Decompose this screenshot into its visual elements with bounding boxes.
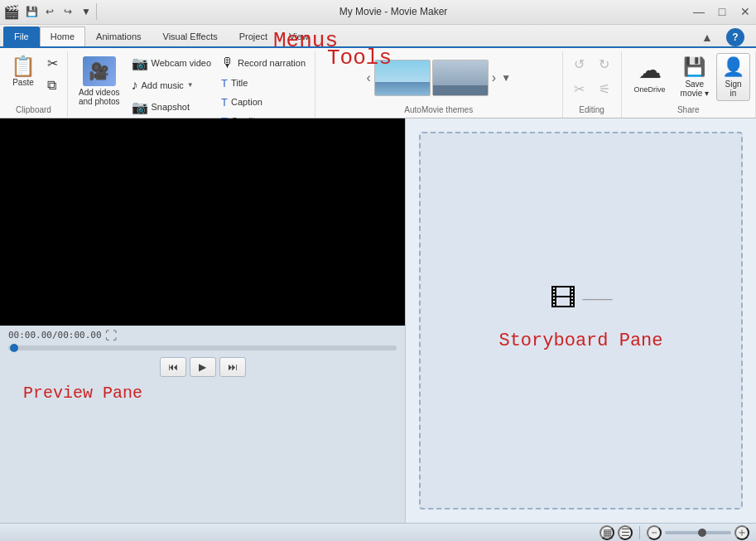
add-videos-button[interactable]: 🎥 Add videos and photos <box>73 53 126 109</box>
clipboard-items: 📋 Paste ✂ ⧉ <box>5 53 62 104</box>
add-column1: 📷 Webcam video ♪ Add music ▼ 📷 Snapshot <box>128 53 216 118</box>
onedrive-button[interactable]: ☁ OneDrive <box>627 53 673 97</box>
webcam-icon: 📷 <box>132 56 148 71</box>
tab-animations[interactable]: Animations <box>85 27 152 46</box>
add-music-button[interactable]: ♪ Add music ▼ <box>128 75 216 95</box>
share-items: ☁ OneDrive 💾 Save movie ▾ 👤 Sign in <box>627 53 750 104</box>
quick-access-toolbar: 💾 ↩ ↪ ▼ <box>23 3 94 20</box>
storyboard-pane-annotation: Storyboard Pane <box>492 324 669 358</box>
storyboard-view-button[interactable]: ▦ <box>600 525 614 540</box>
fullscreen-button[interactable]: ⛶ <box>105 329 117 342</box>
quick-access-dropdown[interactable]: ▼ <box>78 3 94 20</box>
rewind-button[interactable]: ⏮ <box>160 357 186 377</box>
cut-icon: ✂ <box>47 56 58 71</box>
window-controls: — □ ✕ <box>688 3 756 20</box>
zoom-out-button[interactable]: － <box>647 525 662 540</box>
theme-thumb-1[interactable] <box>374 60 431 96</box>
next-frame-button[interactable]: ⏭ <box>219 357 246 377</box>
title-button[interactable]: T Title <box>217 75 310 92</box>
automovie-items: ‹ › ▼ <box>364 53 513 104</box>
copy-button[interactable]: ⧉ <box>43 75 62 95</box>
snapshot-icon: 📷 <box>132 99 148 115</box>
add-videos-icon: 🎥 <box>83 56 116 86</box>
editing-buttons: ↺ ↻ ✂ ⚟ <box>568 53 616 101</box>
title-bar: 🎬 💾 ↩ ↪ ▼ My Movie - Movie Maker — □ ✕ <box>0 0 756 25</box>
redo-button[interactable]: ↪ <box>60 3 76 20</box>
preview-controls: Preview Pane 00:00.00/00:00.00 ⛶ ⏮ ▶ ⏭ <box>0 326 405 384</box>
play-button[interactable]: ▶ <box>190 357 216 377</box>
dash-line: —— <box>583 290 613 307</box>
theme-water-2 <box>433 85 488 96</box>
window-title: My Movie - Movie Maker <box>99 6 688 17</box>
divider <box>96 3 97 20</box>
clipboard-column: ✂ ⧉ <box>43 53 62 95</box>
save-movie-button[interactable]: 💾 Save movie ▾ <box>675 53 715 101</box>
minimize-button[interactable]: — <box>688 3 710 20</box>
main-area: Preview Pane 00:00.00/00:00.00 ⛶ ⏮ ▶ ⏭ <box>0 118 756 541</box>
preview-pane: Preview Pane 00:00.00/00:00.00 ⛶ ⏮ ▶ ⏭ <box>0 118 406 523</box>
preview-video <box>0 118 405 326</box>
snapshot-button[interactable]: 📷 Snapshot <box>128 97 216 118</box>
status-divider <box>639 526 640 539</box>
status-bar: ▦ ☰ － ＋ <box>0 523 756 541</box>
help-button[interactable]: ? <box>726 28 744 46</box>
ribbon: File Home Animations Visual Effects Proj… <box>0 25 756 118</box>
storyboard-empty-icon: 🎞 —— <box>550 283 613 314</box>
music-icon: ♪ <box>132 78 138 93</box>
close-button[interactable]: ✕ <box>734 3 756 20</box>
tab-file[interactable]: File <box>3 27 40 46</box>
theme-next-button[interactable]: › <box>490 69 498 87</box>
theme-thumb-2[interactable] <box>432 60 489 96</box>
theme-scroll-nav[interactable]: ▼ <box>499 70 513 85</box>
cut-button[interactable]: ✂ <box>43 53 62 74</box>
tab-home[interactable]: Home <box>40 27 85 46</box>
ribbon-tabs: File Home Animations Visual Effects Proj… <box>0 25 756 46</box>
record-narration-button[interactable]: 🎙 Record narration <box>217 53 310 73</box>
tab-view[interactable]: View <box>278 27 320 46</box>
tab-visual-effects[interactable]: Visual Effects <box>152 27 229 46</box>
sign-in-button[interactable]: 👤 Sign in <box>716 53 750 101</box>
caption-button[interactable]: T Caption <box>217 94 310 111</box>
clipboard-label: Clipboard <box>16 104 51 116</box>
save-button[interactable]: 💾 <box>23 3 40 20</box>
ribbon-group-editing: ↺ ↻ ✂ ⚟ Editing <box>563 51 622 118</box>
preview-pane-annotation: Preview Pane <box>7 377 159 409</box>
main-content: Preview Pane 00:00.00/00:00.00 ⛶ ⏮ ▶ ⏭ <box>0 118 756 523</box>
scrubber-thumb <box>10 344 18 352</box>
ribbon-content: 📋 Paste ✂ ⧉ Clipboard <box>0 46 756 118</box>
theme-water-1 <box>375 82 430 96</box>
theme-image-2 <box>433 60 488 95</box>
timeline-view-button[interactable]: ☰ <box>618 525 633 540</box>
split-button[interactable]: ⚟ <box>593 78 616 101</box>
zoom-slider[interactable] <box>665 531 731 534</box>
editing-label: Editing <box>579 104 604 116</box>
ribbon-collapse-button[interactable]: ▲ <box>696 29 718 46</box>
share-label: Share <box>677 104 700 116</box>
theme-strip: ‹ › ▼ <box>364 60 513 96</box>
ribbon-group-automovie: ‹ › ▼ <box>315 51 563 118</box>
theme-prev-button[interactable]: ‹ <box>364 69 372 87</box>
copy-icon: ⧉ <box>47 78 56 93</box>
preview-time-row: Preview Pane 00:00.00/00:00.00 ⛶ <box>8 329 397 342</box>
ribbon-tabs-right: ▲ ? <box>696 28 756 46</box>
rotate-right-button[interactable]: ↻ <box>593 53 616 76</box>
preview-time-display: 00:00.00/00:00.00 <box>8 330 102 341</box>
tab-project[interactable]: Project <box>229 27 278 46</box>
zoom-slider-thumb <box>698 529 706 537</box>
cloud-icon: ☁ <box>638 56 662 84</box>
sign-in-icon: 👤 <box>722 56 744 78</box>
rotate-left-button[interactable]: ↺ <box>568 53 591 76</box>
title-icon: T <box>221 77 228 89</box>
caption-icon: T <box>221 96 228 109</box>
webcam-button[interactable]: 📷 Webcam video <box>128 53 216 74</box>
zoom-in-button[interactable]: ＋ <box>734 525 749 540</box>
trim-button[interactable]: ✂ <box>568 78 591 101</box>
ribbon-group-add: 🎥 Add videos and photos 📷 Webcam video ♪… <box>68 51 315 118</box>
paste-icon: 📋 <box>11 56 36 76</box>
preview-scrubber[interactable] <box>8 345 397 350</box>
film-strip-icon: 🎞 <box>550 283 576 314</box>
undo-button[interactable]: ↩ <box>41 3 58 20</box>
maximize-button[interactable]: □ <box>711 3 733 20</box>
ribbon-group-clipboard: 📋 Paste ✂ ⧉ Clipboard <box>0 51 68 118</box>
paste-button[interactable]: 📋 Paste <box>5 53 41 90</box>
